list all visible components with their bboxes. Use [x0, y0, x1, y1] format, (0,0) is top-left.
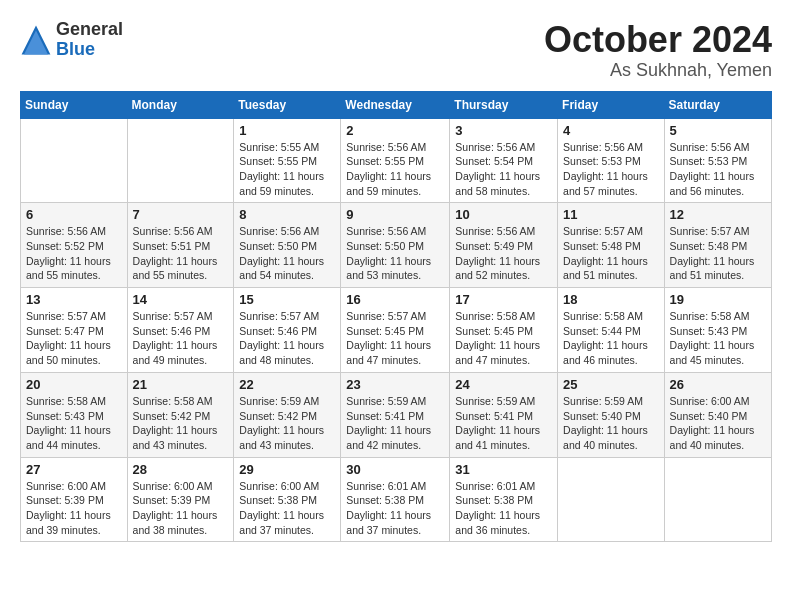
calendar-cell: 29Sunrise: 6:00 AM Sunset: 5:38 PM Dayli… — [234, 457, 341, 542]
day-number: 19 — [670, 292, 766, 307]
cell-info: Sunrise: 5:56 AM Sunset: 5:53 PM Dayligh… — [670, 140, 766, 199]
day-number: 23 — [346, 377, 444, 392]
day-number: 27 — [26, 462, 122, 477]
day-number: 1 — [239, 123, 335, 138]
cell-info: Sunrise: 5:58 AM Sunset: 5:45 PM Dayligh… — [455, 309, 552, 368]
day-number: 7 — [133, 207, 229, 222]
day-number: 25 — [563, 377, 659, 392]
cell-info: Sunrise: 5:59 AM Sunset: 5:40 PM Dayligh… — [563, 394, 659, 453]
calendar-table: SundayMondayTuesdayWednesdayThursdayFrid… — [20, 91, 772, 543]
logo-general: General — [56, 20, 123, 40]
day-number: 22 — [239, 377, 335, 392]
day-number: 11 — [563, 207, 659, 222]
calendar-cell: 8Sunrise: 5:56 AM Sunset: 5:50 PM Daylig… — [234, 203, 341, 288]
cell-info: Sunrise: 5:57 AM Sunset: 5:48 PM Dayligh… — [670, 224, 766, 283]
cell-info: Sunrise: 5:57 AM Sunset: 5:46 PM Dayligh… — [239, 309, 335, 368]
cell-info: Sunrise: 6:00 AM Sunset: 5:38 PM Dayligh… — [239, 479, 335, 538]
calendar-cell: 21Sunrise: 5:58 AM Sunset: 5:42 PM Dayli… — [127, 372, 234, 457]
calendar-cell — [664, 457, 771, 542]
calendar-cell: 12Sunrise: 5:57 AM Sunset: 5:48 PM Dayli… — [664, 203, 771, 288]
cell-info: Sunrise: 5:56 AM Sunset: 5:54 PM Dayligh… — [455, 140, 552, 199]
day-number: 9 — [346, 207, 444, 222]
calendar-header-row: SundayMondayTuesdayWednesdayThursdayFrid… — [21, 91, 772, 118]
cell-info: Sunrise: 5:57 AM Sunset: 5:47 PM Dayligh… — [26, 309, 122, 368]
cell-info: Sunrise: 5:56 AM Sunset: 5:51 PM Dayligh… — [133, 224, 229, 283]
calendar-cell — [127, 118, 234, 203]
calendar-cell: 14Sunrise: 5:57 AM Sunset: 5:46 PM Dayli… — [127, 288, 234, 373]
calendar-cell: 7Sunrise: 5:56 AM Sunset: 5:51 PM Daylig… — [127, 203, 234, 288]
day-number: 18 — [563, 292, 659, 307]
calendar-cell: 9Sunrise: 5:56 AM Sunset: 5:50 PM Daylig… — [341, 203, 450, 288]
calendar-cell: 30Sunrise: 6:01 AM Sunset: 5:38 PM Dayli… — [341, 457, 450, 542]
calendar-cell: 4Sunrise: 5:56 AM Sunset: 5:53 PM Daylig… — [558, 118, 665, 203]
day-number: 21 — [133, 377, 229, 392]
day-number: 24 — [455, 377, 552, 392]
calendar-cell: 28Sunrise: 6:00 AM Sunset: 5:39 PM Dayli… — [127, 457, 234, 542]
header-wednesday: Wednesday — [341, 91, 450, 118]
calendar-cell: 22Sunrise: 5:59 AM Sunset: 5:42 PM Dayli… — [234, 372, 341, 457]
calendar-cell: 20Sunrise: 5:58 AM Sunset: 5:43 PM Dayli… — [21, 372, 128, 457]
day-number: 5 — [670, 123, 766, 138]
calendar-cell: 10Sunrise: 5:56 AM Sunset: 5:49 PM Dayli… — [450, 203, 558, 288]
header-saturday: Saturday — [664, 91, 771, 118]
calendar-cell: 5Sunrise: 5:56 AM Sunset: 5:53 PM Daylig… — [664, 118, 771, 203]
day-number: 17 — [455, 292, 552, 307]
calendar-row: 6Sunrise: 5:56 AM Sunset: 5:52 PM Daylig… — [21, 203, 772, 288]
calendar-cell: 17Sunrise: 5:58 AM Sunset: 5:45 PM Dayli… — [450, 288, 558, 373]
cell-info: Sunrise: 5:58 AM Sunset: 5:42 PM Dayligh… — [133, 394, 229, 453]
calendar-cell: 1Sunrise: 5:55 AM Sunset: 5:55 PM Daylig… — [234, 118, 341, 203]
cell-info: Sunrise: 5:56 AM Sunset: 5:49 PM Dayligh… — [455, 224, 552, 283]
calendar-cell: 2Sunrise: 5:56 AM Sunset: 5:55 PM Daylig… — [341, 118, 450, 203]
logo-icon — [20, 24, 52, 56]
calendar-cell: 27Sunrise: 6:00 AM Sunset: 5:39 PM Dayli… — [21, 457, 128, 542]
calendar-cell: 15Sunrise: 5:57 AM Sunset: 5:46 PM Dayli… — [234, 288, 341, 373]
cell-info: Sunrise: 6:00 AM Sunset: 5:39 PM Dayligh… — [26, 479, 122, 538]
day-number: 13 — [26, 292, 122, 307]
cell-info: Sunrise: 5:59 AM Sunset: 5:41 PM Dayligh… — [346, 394, 444, 453]
calendar-cell: 11Sunrise: 5:57 AM Sunset: 5:48 PM Dayli… — [558, 203, 665, 288]
cell-info: Sunrise: 6:01 AM Sunset: 5:38 PM Dayligh… — [455, 479, 552, 538]
day-number: 8 — [239, 207, 335, 222]
cell-info: Sunrise: 5:55 AM Sunset: 5:55 PM Dayligh… — [239, 140, 335, 199]
calendar-cell — [21, 118, 128, 203]
calendar-cell: 16Sunrise: 5:57 AM Sunset: 5:45 PM Dayli… — [341, 288, 450, 373]
day-number: 29 — [239, 462, 335, 477]
calendar-cell — [558, 457, 665, 542]
cell-info: Sunrise: 5:58 AM Sunset: 5:43 PM Dayligh… — [26, 394, 122, 453]
calendar-cell: 24Sunrise: 5:59 AM Sunset: 5:41 PM Dayli… — [450, 372, 558, 457]
cell-info: Sunrise: 5:59 AM Sunset: 5:42 PM Dayligh… — [239, 394, 335, 453]
cell-info: Sunrise: 5:56 AM Sunset: 5:50 PM Dayligh… — [239, 224, 335, 283]
day-number: 12 — [670, 207, 766, 222]
day-number: 30 — [346, 462, 444, 477]
day-number: 26 — [670, 377, 766, 392]
calendar-cell: 31Sunrise: 6:01 AM Sunset: 5:38 PM Dayli… — [450, 457, 558, 542]
calendar-cell: 18Sunrise: 5:58 AM Sunset: 5:44 PM Dayli… — [558, 288, 665, 373]
cell-info: Sunrise: 5:56 AM Sunset: 5:55 PM Dayligh… — [346, 140, 444, 199]
cell-info: Sunrise: 5:59 AM Sunset: 5:41 PM Dayligh… — [455, 394, 552, 453]
calendar-cell: 26Sunrise: 6:00 AM Sunset: 5:40 PM Dayli… — [664, 372, 771, 457]
calendar-cell: 3Sunrise: 5:56 AM Sunset: 5:54 PM Daylig… — [450, 118, 558, 203]
calendar-row: 1Sunrise: 5:55 AM Sunset: 5:55 PM Daylig… — [21, 118, 772, 203]
header-monday: Monday — [127, 91, 234, 118]
cell-info: Sunrise: 6:00 AM Sunset: 5:40 PM Dayligh… — [670, 394, 766, 453]
calendar-cell: 23Sunrise: 5:59 AM Sunset: 5:41 PM Dayli… — [341, 372, 450, 457]
header-sunday: Sunday — [21, 91, 128, 118]
day-number: 20 — [26, 377, 122, 392]
day-number: 10 — [455, 207, 552, 222]
calendar-cell: 19Sunrise: 5:58 AM Sunset: 5:43 PM Dayli… — [664, 288, 771, 373]
day-number: 4 — [563, 123, 659, 138]
logo: General Blue — [20, 20, 123, 60]
cell-info: Sunrise: 5:56 AM Sunset: 5:50 PM Dayligh… — [346, 224, 444, 283]
calendar-cell: 13Sunrise: 5:57 AM Sunset: 5:47 PM Dayli… — [21, 288, 128, 373]
calendar-row: 13Sunrise: 5:57 AM Sunset: 5:47 PM Dayli… — [21, 288, 772, 373]
header-tuesday: Tuesday — [234, 91, 341, 118]
day-number: 6 — [26, 207, 122, 222]
cell-info: Sunrise: 5:58 AM Sunset: 5:44 PM Dayligh… — [563, 309, 659, 368]
day-number: 14 — [133, 292, 229, 307]
day-number: 16 — [346, 292, 444, 307]
title-block: October 2024 As Sukhnah, Yemen — [544, 20, 772, 81]
calendar-row: 27Sunrise: 6:00 AM Sunset: 5:39 PM Dayli… — [21, 457, 772, 542]
day-number: 2 — [346, 123, 444, 138]
calendar-cell: 25Sunrise: 5:59 AM Sunset: 5:40 PM Dayli… — [558, 372, 665, 457]
day-number: 15 — [239, 292, 335, 307]
